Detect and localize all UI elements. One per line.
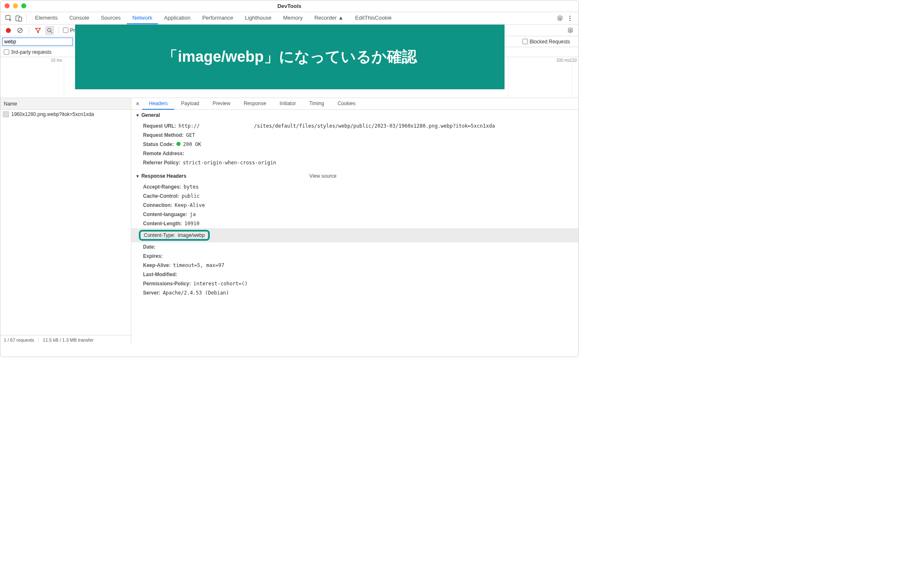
svg-point-3 — [559, 18, 561, 19]
transfer-size: 11.5 kB / 1.3 MB transfer — [43, 337, 94, 342]
tab-performance[interactable]: Performance — [196, 12, 239, 24]
content-type-highlight: Content-Type:image/webp — [139, 230, 210, 241]
status-ok-icon — [176, 142, 181, 146]
general-section-header[interactable]: ▼General — [131, 110, 578, 121]
detail-tab-initiator[interactable]: Initiator — [273, 98, 302, 110]
close-window-icon[interactable] — [5, 3, 10, 8]
request-list-header[interactable]: Name — [0, 98, 131, 110]
detail-tab-payload[interactable]: Payload — [174, 98, 206, 110]
tab-console[interactable]: Console — [63, 12, 95, 24]
response-header-row: Expires: — [143, 252, 570, 261]
timeline-tick: 100 ms — [556, 58, 570, 63]
response-header-row: Content-Length:10910 — [143, 219, 570, 228]
blocked-requests-checkbox[interactable]: Blocked Requests — [522, 39, 570, 45]
tab-sources[interactable]: Sources — [95, 12, 127, 24]
titlebar: DevTools — [0, 0, 578, 12]
response-header-row: Connection:Keep-Alive — [143, 201, 570, 210]
view-source-link[interactable]: View source — [309, 173, 336, 179]
svg-point-4 — [570, 15, 571, 17]
requests-count: 1 / 67 requests — [4, 337, 34, 342]
response-headers-section-header[interactable]: ▼Response Headers — [131, 171, 191, 181]
detail-tabbar: ✕ HeadersPayloadPreviewResponseInitiator… — [131, 98, 578, 110]
svg-line-9 — [18, 29, 22, 32]
response-header-row: Permissions-Policy:interest-cohort=() — [143, 279, 570, 288]
svg-point-10 — [48, 28, 51, 32]
request-method-row: Request Method: GET — [143, 131, 570, 140]
tab-network[interactable]: Network — [127, 12, 158, 24]
annotation-overlay: 「image/webp」になっているか確認 — [75, 25, 505, 89]
detail-tab-cookies[interactable]: Cookies — [331, 98, 362, 110]
more-icon[interactable] — [565, 13, 575, 23]
tab-editthiscookie[interactable]: EditThisCookie — [349, 12, 397, 24]
detail-tab-response[interactable]: Response — [237, 98, 273, 110]
svg-point-7 — [6, 28, 11, 33]
request-list-panel: Name 1960x1280.png.webp?itok=5xcn1xda 1 … — [0, 98, 131, 344]
svg-line-11 — [50, 31, 52, 33]
filter-input[interactable] — [2, 38, 73, 46]
svg-rect-2 — [19, 17, 22, 21]
tab-recorder-[interactable]: Recorder ▲ — [309, 12, 349, 24]
main-tabbar: ElementsConsoleSourcesNetworkApplication… — [0, 12, 578, 25]
detail-tab-timing[interactable]: Timing — [303, 98, 331, 110]
close-detail-icon[interactable]: ✕ — [133, 99, 142, 108]
filter-icon[interactable] — [33, 26, 43, 35]
response-header-row: Last-Modified: — [143, 270, 570, 279]
tab-lighthouse[interactable]: Lighthouse — [239, 12, 277, 24]
referrer-policy-row: Referrer Policy: strict-origin-when-cros… — [143, 158, 570, 167]
response-header-row: Keep-Alive:timeout=5, max=97 — [143, 261, 570, 270]
timeline-tick: 110 — [570, 58, 577, 63]
svg-point-6 — [570, 20, 571, 21]
remote-address-row: Remote Address: — [143, 149, 570, 158]
detail-tab-preview[interactable]: Preview — [206, 98, 237, 110]
response-header-row: Cache-Control:public — [143, 191, 570, 201]
timeline-tick: 10 ms — [51, 58, 62, 63]
request-name: 1960x1280.png.webp?itok=5xcn1xda — [11, 111, 94, 117]
network-settings-icon[interactable] — [566, 26, 575, 35]
request-list-footer: 1 / 67 requests 11.5 kB / 1.3 MB transfe… — [0, 335, 131, 344]
maximize-window-icon[interactable] — [21, 3, 26, 8]
window-title: DevTools — [277, 3, 301, 9]
request-url-row: Request URL: http:///sites/default/files… — [143, 121, 570, 131]
svg-point-13 — [570, 30, 571, 31]
svg-point-5 — [570, 18, 571, 19]
inspect-element-icon[interactable] — [4, 13, 14, 23]
device-toolbar-icon[interactable] — [14, 13, 24, 23]
record-button[interactable] — [4, 26, 13, 35]
search-icon[interactable] — [45, 26, 54, 35]
minimize-window-icon[interactable] — [13, 3, 18, 8]
response-header-row: Content-language:ja — [143, 210, 570, 219]
status-code-row: Status Code: 200 OK — [143, 140, 570, 149]
response-header-row: Date: — [143, 242, 570, 252]
response-header-row: Accept-Ranges:bytes — [143, 182, 570, 191]
window-controls — [5, 3, 26, 8]
clear-button[interactable] — [15, 26, 25, 35]
request-detail-panel: ✕ HeadersPayloadPreviewResponseInitiator… — [131, 98, 578, 344]
request-row[interactable]: 1960x1280.png.webp?itok=5xcn1xda — [0, 110, 131, 119]
third-party-checkbox[interactable]: 3rd-party requests — [4, 49, 51, 55]
detail-tab-headers[interactable]: Headers — [142, 98, 174, 110]
tab-elements[interactable]: Elements — [29, 12, 63, 24]
settings-gear-icon[interactable] — [555, 13, 565, 23]
tab-memory[interactable]: Memory — [277, 12, 309, 24]
response-header-row: Server:Apache/2.4.53 (Debian) — [143, 288, 570, 297]
file-icon — [3, 111, 9, 117]
tab-application[interactable]: Application — [158, 12, 196, 24]
